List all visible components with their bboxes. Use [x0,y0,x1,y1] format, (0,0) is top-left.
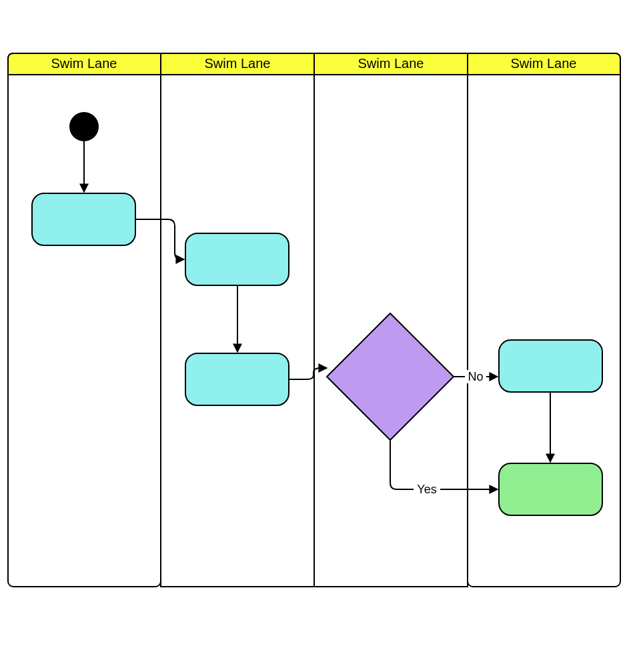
lane-4-label: Swim Lane [511,56,577,71]
lane-1-label: Swim Lane [51,56,117,71]
edge-no-label: No [468,370,483,383]
activity-1 [32,193,135,245]
lane-2-label: Swim Lane [205,56,271,71]
end-activity [499,463,602,515]
activity-4 [499,340,602,392]
lane-3-label: Swim Lane [358,56,424,71]
start-node [69,112,99,141]
activity-3 [185,353,289,405]
edge-yes-label: Yes [417,483,436,496]
activity-2 [185,233,289,285]
swimlane-diagram: Swim Lane Swim Lane Swim Lane Swim Lane … [0,0,639,672]
